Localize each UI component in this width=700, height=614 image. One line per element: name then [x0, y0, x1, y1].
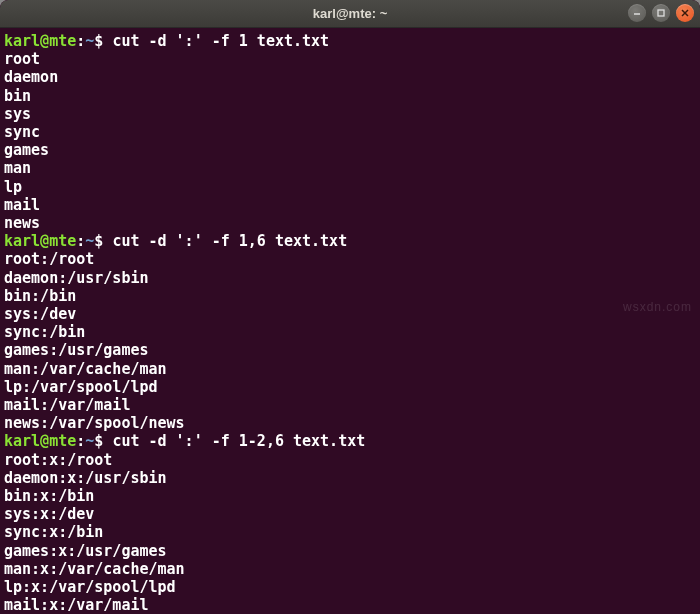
window-controls [628, 4, 694, 22]
command-text: cut -d ':' -f 1 text.txt [103, 32, 329, 50]
prompt-path: ~ [85, 32, 94, 50]
prompt-colon: : [76, 232, 85, 250]
output-line: root:x:/root [4, 451, 696, 469]
window-title: karl@mte: ~ [313, 6, 387, 21]
output-line: news [4, 214, 696, 232]
output-line: mail:x:/var/mail [4, 596, 696, 614]
terminal-window: karl@mte: ~ karl@mte:~$ cut -d ':' -f 1 … [0, 0, 700, 614]
output-line: sync:/bin [4, 323, 696, 341]
output-line: man:x:/var/cache/man [4, 560, 696, 578]
prompt-symbol: $ [94, 32, 103, 50]
output-line: games:/usr/games [4, 341, 696, 359]
output-line: root [4, 50, 696, 68]
prompt-user: karl@mte [4, 32, 76, 50]
output-line: sys:x:/dev [4, 505, 696, 523]
prompt-line: karl@mte:~$ cut -d ':' -f 1-2,6 text.txt [4, 432, 696, 450]
prompt-path: ~ [85, 432, 94, 450]
output-line: games [4, 141, 696, 159]
output-line: daemon:x:/usr/sbin [4, 469, 696, 487]
output-line: games:x:/usr/games [4, 542, 696, 560]
output-line: sys:/dev [4, 305, 696, 323]
output-line: man:/var/cache/man [4, 360, 696, 378]
output-line: lp [4, 178, 696, 196]
output-line: daemon:/usr/sbin [4, 269, 696, 287]
output-line: bin:x:/bin [4, 487, 696, 505]
output-line: lp:x:/var/spool/lpd [4, 578, 696, 596]
prompt-user: karl@mte [4, 432, 76, 450]
output-line: daemon [4, 68, 696, 86]
maximize-icon [656, 8, 666, 18]
prompt-line: karl@mte:~$ cut -d ':' -f 1 text.txt [4, 32, 696, 50]
output-line: news:/var/spool/news [4, 414, 696, 432]
prompt-symbol: $ [94, 232, 103, 250]
prompt-symbol: $ [94, 432, 103, 450]
output-line: bin:/bin [4, 287, 696, 305]
prompt-colon: : [76, 432, 85, 450]
output-line: sys [4, 105, 696, 123]
close-button[interactable] [676, 4, 694, 22]
output-line: lp:/var/spool/lpd [4, 378, 696, 396]
prompt-path: ~ [85, 232, 94, 250]
command-text: cut -d ':' -f 1-2,6 text.txt [103, 432, 365, 450]
terminal-body[interactable]: karl@mte:~$ cut -d ':' -f 1 text.txt roo… [0, 28, 700, 614]
output-line: sync [4, 123, 696, 141]
output-line: sync:x:/bin [4, 523, 696, 541]
prompt-colon: : [76, 32, 85, 50]
minimize-button[interactable] [628, 4, 646, 22]
titlebar[interactable]: karl@mte: ~ [0, 0, 700, 28]
output-line: mail:/var/mail [4, 396, 696, 414]
command-text: cut -d ':' -f 1,6 text.txt [103, 232, 347, 250]
prompt-line: karl@mte:~$ cut -d ':' -f 1,6 text.txt [4, 232, 696, 250]
output-line: root:/root [4, 250, 696, 268]
prompt-user: karl@mte [4, 232, 76, 250]
minimize-icon [632, 8, 642, 18]
svg-rect-1 [658, 10, 664, 16]
output-line: mail [4, 196, 696, 214]
output-line: bin [4, 87, 696, 105]
close-icon [680, 8, 690, 18]
maximize-button[interactable] [652, 4, 670, 22]
output-line: man [4, 159, 696, 177]
